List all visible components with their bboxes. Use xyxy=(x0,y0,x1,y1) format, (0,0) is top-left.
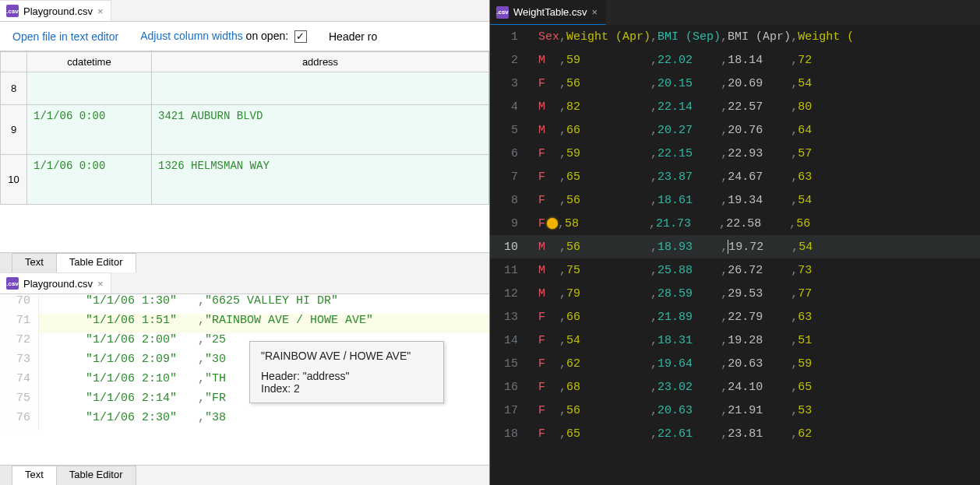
line-number: 2 xyxy=(490,54,532,67)
code-line[interactable]: 3F ,56 ,20.15 ,20.69 ,54 xyxy=(490,72,980,95)
left-pane: .csv Playground.csv × Open file in text … xyxy=(0,0,490,485)
column-header-address[interactable]: address xyxy=(152,52,489,72)
grid-table: cdatetime address 8 9 1/1/06 0:00 3421 A… xyxy=(0,51,489,205)
tabbar-upper: .csv Playground.csv × xyxy=(0,0,489,22)
right-pane: .csv WeightTable.csv × 1Sex,Weight (Apr)… xyxy=(490,0,980,485)
code-content: F ,66 ,21.89 ,22.79 ,63 xyxy=(532,311,812,324)
text-editor[interactable]: 70"1/1/06 1:30" ,"6625 VALLEY HI DR"71"1… xyxy=(0,294,489,465)
table-editor-grid[interactable]: cdatetime address 8 9 1/1/06 0:00 3421 A… xyxy=(0,51,489,252)
upper-region: .csv Playground.csv × Open file in text … xyxy=(0,0,489,272)
code-content: "1/1/06 2:09" ,"30 xyxy=(39,353,226,372)
subtab-spacer xyxy=(0,466,12,485)
line-number: 16 xyxy=(490,381,532,394)
code-content: "1/1/06 2:00" ,"25 xyxy=(39,333,226,353)
dark-csv-editor[interactable]: 1Sex,Weight (Apr),BMI (Sep),BMI (Apr),We… xyxy=(490,25,980,485)
csv-file-icon: .csv xyxy=(6,277,19,290)
adjust-widths-group: Adjust column widths on open: ✓ xyxy=(140,30,307,43)
code-content: F ,65 ,22.61 ,23.81 ,62 xyxy=(532,427,812,441)
code-line[interactable]: 76"1/1/06 2:30" ,"38 xyxy=(0,411,489,431)
code-line[interactable]: 16F ,68 ,23.02 ,24.10 ,65 xyxy=(490,375,980,399)
code-line[interactable]: 12M ,79 ,28.59 ,29.53 ,77 xyxy=(490,282,980,305)
subtabs-lower: Text Table Editor xyxy=(0,465,489,485)
tabbar-lower: .csv Playground.csv × xyxy=(0,272,489,294)
lower-region: .csv Playground.csv × 70"1/1/06 1:30" ,"… xyxy=(0,272,489,485)
code-line[interactable]: 13F ,66 ,21.89 ,22.79 ,63 xyxy=(490,305,980,329)
line-number: 73 xyxy=(0,353,39,372)
line-number: 12 xyxy=(490,287,532,300)
code-line[interactable]: 70"1/1/06 1:30" ,"6625 VALLEY HI DR" xyxy=(0,294,489,314)
code-line[interactable]: 2M ,59 ,22.02 ,18.14 ,72 xyxy=(490,48,980,72)
grid-cell[interactable]: 1/1/06 0:00 xyxy=(27,155,152,205)
line-number: 14 xyxy=(490,334,532,347)
tab-weighttable[interactable]: .csv WeightTable.csv × xyxy=(490,0,606,25)
open-in-text-editor-link[interactable]: Open file in text editor xyxy=(12,30,118,43)
code-line[interactable]: 7F ,65 ,23.87 ,24.67 ,63 xyxy=(490,165,980,188)
row-number[interactable]: 8 xyxy=(1,72,27,105)
grid-cell[interactable]: 1326 HELMSMAN WAY xyxy=(152,155,489,205)
grid-cell[interactable]: 3421 AUBURN BLVD xyxy=(152,105,489,155)
code-line[interactable]: 9F,58 ,21.73 ,22.58 ,56 xyxy=(490,212,980,235)
code-line[interactable]: 10M ,56 ,18.93 ,19.72 ,54 xyxy=(490,235,980,258)
code-content: M ,59 ,22.02 ,18.14 ,72 xyxy=(532,54,812,67)
code-content: F ,59 ,22.15 ,22.93 ,57 xyxy=(532,147,812,160)
grid-cell[interactable] xyxy=(27,72,152,105)
tab-playground-upper[interactable]: .csv Playground.csv × xyxy=(0,0,111,21)
close-icon[interactable]: × xyxy=(97,5,104,17)
on-open-checkbox[interactable]: ✓ xyxy=(294,30,307,43)
row-number[interactable]: 9 xyxy=(1,105,27,155)
code-line-header[interactable]: 1Sex,Weight (Apr),BMI (Sep),BMI (Apr),We… xyxy=(490,25,980,48)
code-line[interactable]: 4M ,82 ,22.14 ,22.57 ,80 xyxy=(490,95,980,118)
code-line[interactable]: 6F ,59 ,22.15 ,22.93 ,57 xyxy=(490,142,980,165)
code-line[interactable]: 17F ,56 ,20.63 ,21.91 ,53 xyxy=(490,399,980,422)
tooltip-index: Index: 2 xyxy=(261,382,432,395)
subtab-text[interactable]: Text xyxy=(12,253,57,272)
code-content: "1/1/06 1:51" ,"RAINBOW AVE / HOWE AVE" xyxy=(39,314,373,333)
hover-tooltip: "RAINBOW AVE / HOWE AVE" Header: "addres… xyxy=(249,341,444,403)
tooltip-value: "RAINBOW AVE / HOWE AVE" xyxy=(261,350,432,362)
grid-cell[interactable]: 1/1/06 0:00 xyxy=(27,105,152,155)
tab-label: Playground.csv xyxy=(23,278,93,290)
subtab-text[interactable]: Text xyxy=(12,466,57,485)
line-number: 75 xyxy=(0,392,39,411)
close-icon[interactable]: × xyxy=(591,6,598,18)
code-content: F ,68 ,23.02 ,24.10 ,65 xyxy=(532,381,812,394)
column-header-cdatetime[interactable]: cdatetime xyxy=(27,52,152,72)
tab-playground-lower[interactable]: .csv Playground.csv × xyxy=(0,272,111,293)
code-line[interactable]: 8F ,56 ,18.61 ,19.34 ,54 xyxy=(490,188,980,212)
subtab-table-editor[interactable]: Table Editor xyxy=(57,466,136,485)
grid-cell[interactable] xyxy=(152,72,489,105)
code-content: F ,56 ,20.15 ,20.69 ,54 xyxy=(532,77,812,90)
toolbar: Open file in text editor Adjust column w… xyxy=(0,22,489,51)
adjust-column-widths-link[interactable]: Adjust column widths xyxy=(140,30,243,42)
tab-label: WeightTable.csv xyxy=(513,6,587,18)
code-line[interactable]: 11M ,75 ,25.88 ,26.72 ,73 xyxy=(490,258,980,282)
code-line[interactable]: 14F ,54 ,18.31 ,19.28 ,51 xyxy=(490,329,980,352)
grid-row: 10 1/1/06 0:00 1326 HELMSMAN WAY xyxy=(1,155,489,205)
code-line[interactable]: 15F ,62 ,19.64 ,20.63 ,59 xyxy=(490,352,980,375)
line-number: 6 xyxy=(490,147,532,160)
code-content: M ,66 ,20.27 ,20.76 ,64 xyxy=(532,124,812,137)
code-content: "1/1/06 2:30" ,"38 xyxy=(39,411,226,431)
code-line[interactable]: 18F ,65 ,22.61 ,23.81 ,62 xyxy=(490,422,980,445)
code-content: M ,56 ,18.93 ,19.72 ,54 xyxy=(532,240,813,254)
grid-row: 8 xyxy=(1,72,489,105)
csv-file-icon: .csv xyxy=(6,5,19,17)
subtab-table-editor[interactable]: Table Editor xyxy=(57,253,136,272)
line-number: 70 xyxy=(0,294,39,314)
code-content: F ,56 ,20.63 ,21.91 ,53 xyxy=(532,404,812,417)
code-content: F ,54 ,18.31 ,19.28 ,51 xyxy=(532,334,812,347)
code-content: F ,62 ,19.64 ,20.63 ,59 xyxy=(532,357,812,371)
line-number: 8 xyxy=(490,194,532,207)
header-row-label: Header ro xyxy=(329,30,377,43)
line-number: 72 xyxy=(0,333,39,353)
row-number[interactable]: 10 xyxy=(1,155,27,205)
code-line[interactable]: 5M ,66 ,20.27 ,20.76 ,64 xyxy=(490,118,980,142)
line-number: 5 xyxy=(490,124,532,137)
lightbulb-icon[interactable] xyxy=(547,218,558,229)
code-content: F ,65 ,23.87 ,24.67 ,63 xyxy=(532,170,812,184)
code-content: F,58 ,21.73 ,22.58 ,56 xyxy=(532,217,810,230)
code-line[interactable]: 71"1/1/06 1:51" ,"RAINBOW AVE / HOWE AVE… xyxy=(0,314,489,333)
subtabs-upper: Text Table Editor xyxy=(0,252,489,272)
line-number: 9 xyxy=(490,217,532,230)
close-icon[interactable]: × xyxy=(97,278,104,290)
